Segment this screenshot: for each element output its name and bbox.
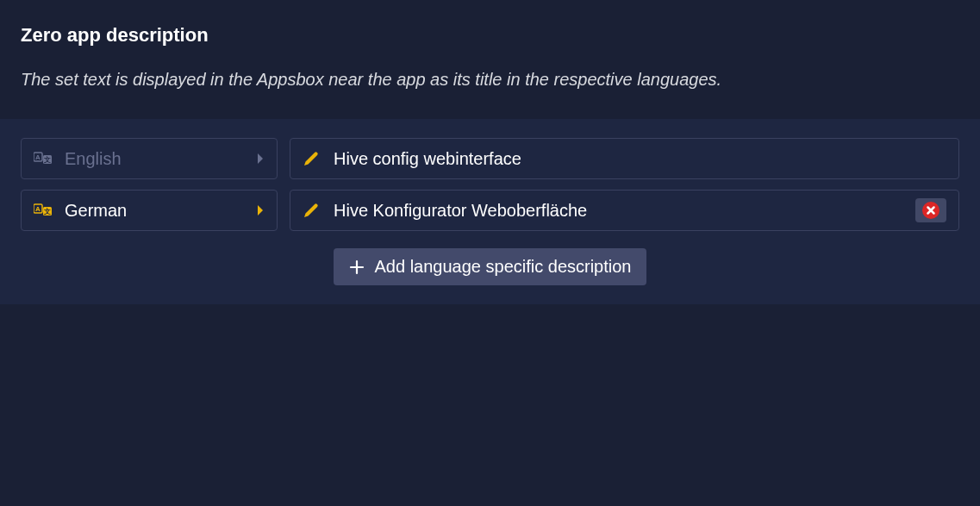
description-input-german[interactable]: Hive Konfigurator Weboberfläche: [290, 190, 959, 231]
description-value: Hive config webinterface: [334, 149, 946, 169]
translate-icon: A 文: [34, 152, 53, 166]
language-selector-german[interactable]: A 文 German: [21, 190, 278, 231]
language-row: A 文 German Hive Konfigurator Weboberfläc…: [21, 190, 959, 231]
remove-language-button[interactable]: [915, 198, 946, 222]
language-label: English: [65, 149, 256, 169]
language-label: German: [65, 201, 256, 221]
svg-text:文: 文: [43, 208, 51, 216]
chevron-right-icon: [256, 153, 265, 165]
translate-icon: A 文: [34, 203, 53, 217]
description-value: Hive Konfigurator Weboberfläche: [334, 201, 902, 221]
pencil-icon: [303, 202, 320, 219]
content-area: A 文 English Hive config webinterface: [0, 119, 980, 304]
description-input-english[interactable]: Hive config webinterface: [290, 138, 959, 179]
close-icon: [922, 202, 939, 219]
page-subtitle: The set text is displayed in the Appsbox…: [21, 67, 959, 91]
svg-text:文: 文: [43, 156, 51, 164]
pencil-icon: [303, 150, 320, 167]
chevron-right-icon: [256, 204, 265, 216]
page-title: Zero app description: [21, 24, 959, 47]
header: Zero app description The set text is dis…: [0, 0, 980, 119]
svg-text:A: A: [35, 153, 41, 161]
add-button-wrapper: Add language specific description: [21, 248, 959, 285]
plus-icon: [349, 259, 365, 275]
add-button-label: Add language specific description: [375, 257, 632, 277]
add-language-button[interactable]: Add language specific description: [334, 248, 647, 285]
language-selector-english[interactable]: A 文 English: [21, 138, 278, 179]
language-row: A 文 English Hive config webinterface: [21, 138, 959, 179]
svg-text:A: A: [35, 205, 41, 213]
